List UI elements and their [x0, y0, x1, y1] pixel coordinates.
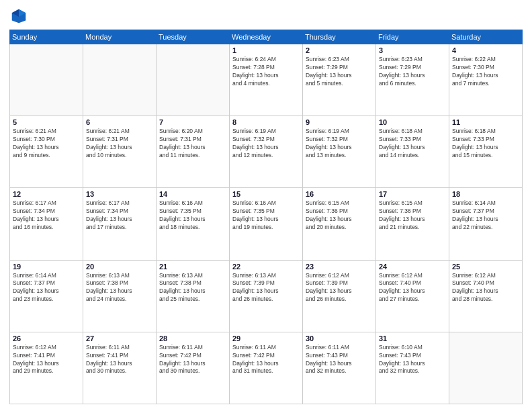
cell-info: Sunrise: 6:18 AM Sunset: 7:33 PM Dayligh… — [452, 128, 519, 160]
week-row-2: 12Sunrise: 6:17 AM Sunset: 7:34 PM Dayli… — [10, 188, 523, 260]
calendar-cell — [157, 44, 230, 116]
day-number: 10 — [379, 118, 446, 126]
week-row-1: 5Sunrise: 6:21 AM Sunset: 7:30 PM Daylig… — [10, 116, 523, 188]
cell-info: Sunrise: 6:12 AM Sunset: 7:41 PM Dayligh… — [13, 344, 80, 376]
day-number: 3 — [379, 46, 446, 54]
weekday-header-row: SundayMondayTuesdayWednesdayThursdayFrid… — [10, 30, 523, 44]
calendar-cell: 18Sunrise: 6:14 AM Sunset: 7:37 PM Dayli… — [449, 188, 523, 260]
logo — [9, 7, 31, 26]
calendar-cell: 17Sunrise: 6:15 AM Sunset: 7:36 PM Dayli… — [376, 188, 449, 260]
cell-info: Sunrise: 6:23 AM Sunset: 7:29 PM Dayligh… — [379, 56, 446, 88]
day-number: 11 — [452, 118, 519, 126]
calendar-cell: 9Sunrise: 6:19 AM Sunset: 7:32 PM Daylig… — [303, 116, 376, 188]
day-number: 23 — [306, 263, 373, 271]
calendar-cell: 28Sunrise: 6:11 AM Sunset: 7:42 PM Dayli… — [157, 332, 230, 404]
day-number: 18 — [452, 190, 519, 198]
calendar-cell: 1Sunrise: 6:24 AM Sunset: 7:28 PM Daylig… — [230, 44, 303, 116]
calendar-cell: 21Sunrise: 6:13 AM Sunset: 7:38 PM Dayli… — [157, 260, 230, 332]
calendar-cell: 31Sunrise: 6:10 AM Sunset: 7:43 PM Dayli… — [376, 332, 449, 404]
calendar-cell: 27Sunrise: 6:11 AM Sunset: 7:41 PM Dayli… — [83, 332, 157, 404]
cell-info: Sunrise: 6:13 AM Sunset: 7:38 PM Dayligh… — [86, 272, 153, 304]
calendar-cell: 15Sunrise: 6:16 AM Sunset: 7:35 PM Dayli… — [230, 188, 303, 260]
day-number: 30 — [306, 334, 373, 342]
day-number: 28 — [159, 334, 226, 342]
cell-info: Sunrise: 6:13 AM Sunset: 7:38 PM Dayligh… — [159, 272, 226, 304]
cell-info: Sunrise: 6:23 AM Sunset: 7:29 PM Dayligh… — [306, 56, 373, 88]
day-number: 4 — [452, 46, 519, 54]
calendar-cell: 23Sunrise: 6:12 AM Sunset: 7:39 PM Dayli… — [303, 260, 376, 332]
weekday-header-thursday: Thursday — [303, 30, 376, 44]
calendar-cell: 5Sunrise: 6:21 AM Sunset: 7:30 PM Daylig… — [10, 116, 83, 188]
day-number: 15 — [232, 190, 300, 198]
day-number: 12 — [13, 190, 80, 198]
weekday-header-sunday: Sunday — [10, 30, 83, 44]
day-number: 14 — [159, 190, 226, 198]
week-row-3: 19Sunrise: 6:14 AM Sunset: 7:37 PM Dayli… — [10, 260, 523, 332]
day-number: 20 — [86, 263, 153, 271]
day-number: 9 — [306, 118, 373, 126]
cell-info: Sunrise: 6:13 AM Sunset: 7:39 PM Dayligh… — [232, 272, 300, 304]
calendar-cell: 20Sunrise: 6:13 AM Sunset: 7:38 PM Dayli… — [83, 260, 157, 332]
cell-info: Sunrise: 6:12 AM Sunset: 7:40 PM Dayligh… — [379, 272, 446, 304]
calendar-cell: 19Sunrise: 6:14 AM Sunset: 7:37 PM Dayli… — [10, 260, 83, 332]
cell-info: Sunrise: 6:12 AM Sunset: 7:39 PM Dayligh… — [306, 272, 373, 304]
day-number: 24 — [379, 263, 446, 271]
day-number: 19 — [13, 263, 80, 271]
weekday-header-friday: Friday — [376, 30, 449, 44]
calendar-cell: 10Sunrise: 6:18 AM Sunset: 7:33 PM Dayli… — [376, 116, 449, 188]
cell-info: Sunrise: 6:11 AM Sunset: 7:43 PM Dayligh… — [306, 344, 373, 376]
cell-info: Sunrise: 6:18 AM Sunset: 7:33 PM Dayligh… — [379, 128, 446, 160]
weekday-header-tuesday: Tuesday — [157, 30, 230, 44]
day-number: 26 — [13, 334, 80, 342]
calendar-cell — [449, 332, 523, 404]
weekday-header-monday: Monday — [83, 30, 157, 44]
calendar-cell: 2Sunrise: 6:23 AM Sunset: 7:29 PM Daylig… — [303, 44, 376, 116]
day-number: 5 — [13, 118, 80, 126]
calendar-cell: 14Sunrise: 6:16 AM Sunset: 7:35 PM Dayli… — [157, 188, 230, 260]
day-number: 16 — [306, 190, 373, 198]
day-number: 7 — [159, 118, 226, 126]
day-number: 22 — [232, 263, 300, 271]
cell-info: Sunrise: 6:19 AM Sunset: 7:32 PM Dayligh… — [306, 128, 373, 160]
cell-info: Sunrise: 6:20 AM Sunset: 7:31 PM Dayligh… — [159, 128, 226, 160]
day-number: 31 — [379, 334, 446, 342]
day-number: 8 — [232, 118, 300, 126]
day-number: 6 — [86, 118, 153, 126]
calendar-cell: 13Sunrise: 6:17 AM Sunset: 7:34 PM Dayli… — [83, 188, 157, 260]
day-number: 13 — [86, 190, 153, 198]
calendar-cell: 22Sunrise: 6:13 AM Sunset: 7:39 PM Dayli… — [230, 260, 303, 332]
calendar-cell — [10, 44, 83, 116]
calendar-cell: 3Sunrise: 6:23 AM Sunset: 7:29 PM Daylig… — [376, 44, 449, 116]
calendar-cell: 24Sunrise: 6:12 AM Sunset: 7:40 PM Dayli… — [376, 260, 449, 332]
cell-info: Sunrise: 6:11 AM Sunset: 7:41 PM Dayligh… — [86, 344, 153, 376]
weekday-header-wednesday: Wednesday — [230, 30, 303, 44]
calendar-cell: 12Sunrise: 6:17 AM Sunset: 7:34 PM Dayli… — [10, 188, 83, 260]
header — [9, 7, 523, 26]
cell-info: Sunrise: 6:21 AM Sunset: 7:31 PM Dayligh… — [86, 128, 153, 160]
cell-info: Sunrise: 6:14 AM Sunset: 7:37 PM Dayligh… — [452, 199, 519, 232]
day-number: 17 — [379, 190, 446, 198]
cell-info: Sunrise: 6:21 AM Sunset: 7:30 PM Dayligh… — [13, 128, 80, 160]
logo-icon — [9, 7, 28, 26]
calendar-cell: 6Sunrise: 6:21 AM Sunset: 7:31 PM Daylig… — [83, 116, 157, 188]
calendar-cell: 25Sunrise: 6:12 AM Sunset: 7:40 PM Dayli… — [449, 260, 523, 332]
calendar-cell: 11Sunrise: 6:18 AM Sunset: 7:33 PM Dayli… — [449, 116, 523, 188]
cell-info: Sunrise: 6:24 AM Sunset: 7:28 PM Dayligh… — [232, 56, 300, 88]
cell-info: Sunrise: 6:17 AM Sunset: 7:34 PM Dayligh… — [86, 199, 153, 232]
calendar-cell: 7Sunrise: 6:20 AM Sunset: 7:31 PM Daylig… — [157, 116, 230, 188]
day-number: 1 — [232, 46, 300, 54]
cell-info: Sunrise: 6:11 AM Sunset: 7:42 PM Dayligh… — [159, 344, 226, 376]
calendar-cell — [83, 44, 157, 116]
day-number: 25 — [452, 263, 519, 271]
page: SundayMondayTuesdayWednesdayThursdayFrid… — [0, 0, 532, 411]
day-number: 21 — [159, 263, 226, 271]
cell-info: Sunrise: 6:15 AM Sunset: 7:36 PM Dayligh… — [379, 199, 446, 232]
calendar-cell: 4Sunrise: 6:22 AM Sunset: 7:30 PM Daylig… — [449, 44, 523, 116]
week-row-0: 1Sunrise: 6:24 AM Sunset: 7:28 PM Daylig… — [10, 44, 523, 116]
calendar-table: SundayMondayTuesdayWednesdayThursdayFrid… — [9, 30, 523, 404]
calendar-cell: 29Sunrise: 6:11 AM Sunset: 7:42 PM Dayli… — [230, 332, 303, 404]
cell-info: Sunrise: 6:19 AM Sunset: 7:32 PM Dayligh… — [232, 128, 300, 160]
cell-info: Sunrise: 6:22 AM Sunset: 7:30 PM Dayligh… — [452, 56, 519, 88]
cell-info: Sunrise: 6:17 AM Sunset: 7:34 PM Dayligh… — [13, 199, 80, 232]
week-row-4: 26Sunrise: 6:12 AM Sunset: 7:41 PM Dayli… — [10, 332, 523, 404]
